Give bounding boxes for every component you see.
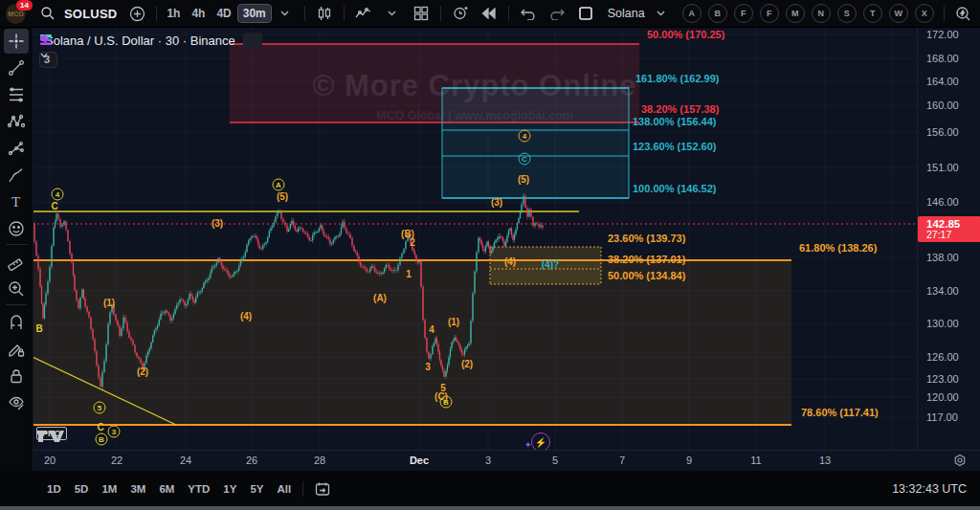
time-axis[interactable]: 2022242628Dec35791113 [33, 450, 980, 472]
range-5y[interactable]: 5Y [243, 480, 270, 498]
undo-icon[interactable] [514, 3, 543, 24]
symbol-name[interactable]: SOLUSD [64, 7, 117, 21]
elliott-wave-label: (2) [461, 359, 473, 369]
megaphone-icon[interactable] [243, 33, 262, 48]
interval-4D[interactable]: 4D [212, 5, 235, 22]
save-layout-square-icon[interactable] [571, 3, 600, 24]
svg-text:T: T [11, 194, 20, 210]
legend-title[interactable]: Solana / U.S. Dollar · 30 · Binance [45, 33, 235, 48]
notification-badge[interactable]: 14 [16, 0, 33, 11]
chart-tab-m-4[interactable]: M [786, 4, 805, 23]
time-tick: 9 [686, 455, 692, 466]
price-tick: 164.00 [926, 76, 959, 87]
chart-tab-n-5[interactable]: N [812, 4, 831, 23]
chart-tab-t-7[interactable]: T [863, 4, 882, 23]
range-6m[interactable]: 6M [152, 480, 181, 498]
crosshair-tool-icon[interactable] [4, 29, 29, 54]
range-1m[interactable]: 1M [95, 480, 123, 498]
xabcd-pattern-tool-icon[interactable] [4, 109, 29, 134]
create-alert-icon[interactable] [446, 3, 475, 24]
indicators-icon[interactable] [349, 3, 378, 24]
interval-1h[interactable]: 1h [162, 5, 185, 22]
time-tick: 3 [485, 455, 491, 466]
chart-tab-a-0[interactable]: A [682, 4, 702, 23]
elliott-wave-label: A [273, 179, 285, 191]
time-tick: 24 [180, 455, 191, 466]
drawing-edit-lock-tool-icon[interactable] [4, 337, 29, 362]
range-5d[interactable]: 5D [68, 480, 96, 498]
indicators-chevron-down-icon[interactable] [378, 3, 407, 24]
lock-all-drawings-tool-icon[interactable] [4, 364, 29, 388]
go-to-date-calendar-icon[interactable] [308, 478, 337, 499]
elliott-wave-label: (4) [504, 256, 516, 267]
layout-chevron-down-icon[interactable] [647, 3, 676, 24]
range-3m[interactable]: 3M [123, 480, 152, 498]
elliott-wave-label: C [97, 422, 103, 432]
redo-icon[interactable] [543, 3, 571, 24]
chart-tab-s-6[interactable]: S [837, 4, 857, 23]
zoom-in-tool-icon[interactable] [4, 277, 29, 301]
elliott-wave-label: (5) [277, 191, 288, 202]
elliott-wave-label: C [519, 153, 531, 166]
time-tick: 20 [44, 455, 56, 466]
text-tool-icon[interactable]: T [4, 189, 29, 214]
bar-replay-icon[interactable] [475, 3, 503, 24]
range-all[interactable]: All [271, 480, 299, 498]
time-tick: 5 [552, 455, 558, 466]
interval-buttons: 1h4h4D30m [162, 5, 270, 22]
chart-type-candles-icon[interactable] [310, 3, 339, 24]
chart-tab-f-2[interactable]: F [734, 4, 753, 23]
event-lightning-icon[interactable]: ⚡ [531, 432, 550, 450]
clock-utc[interactable]: 13:32:43 UTC [892, 482, 967, 496]
quick-search-flash-icon[interactable] [949, 3, 978, 24]
layout-grid-icon[interactable] [407, 3, 435, 24]
tradingview-pro-logo[interactable]: PRO [36, 427, 67, 440]
fib-level-label: 23.60% (139.73) [608, 233, 685, 244]
chart-tab-x-9[interactable]: X [915, 4, 934, 23]
measure-tool-icon[interactable] [4, 250, 29, 275]
chart-legend[interactable]: Solana / U.S. Dollar · 30 · Binance [39, 33, 262, 48]
price-tick: 126.00 [926, 351, 959, 363]
elliott-wave-label: B [35, 323, 42, 334]
axis-settings-icon[interactable] [953, 454, 967, 471]
price-axis[interactable]: 142.85 27:17 172.00168.00164.00160.00156… [917, 27, 980, 450]
fib-level-label: 50.00% (170.25) [647, 29, 724, 40]
elliott-wave-label: 3 [425, 362, 431, 372]
magnet-tool-icon[interactable] [4, 310, 29, 335]
emoji-tool-icon[interactable] [4, 216, 29, 241]
price-tick: 146.00 [926, 196, 959, 208]
elliott-wave-label: 4 [52, 188, 64, 201]
layout-name[interactable]: Solana [608, 7, 645, 20]
symbol-search-icon[interactable] [33, 3, 62, 24]
trendline-tool-icon[interactable] [4, 55, 29, 80]
interval-chevron-down-icon[interactable] [271, 3, 300, 24]
fib-level-label: 78.60% (117.41) [801, 407, 879, 418]
interval-4h[interactable]: 4h [187, 5, 210, 22]
range-1d[interactable]: 1D [40, 480, 68, 498]
toolbar-right-group: Solana ABFFMNSTWX AC 1 [571, 0, 980, 27]
user-avatar[interactable]: MCO 14 [6, 4, 26, 24]
time-tick: 7 [619, 455, 625, 466]
elliott-wave-label: (A) [373, 293, 387, 303]
range-ytd[interactable]: YTD [181, 480, 216, 498]
last-price-badge: 142.85 27:17 [918, 216, 980, 242]
range-1y[interactable]: 1Y [216, 480, 243, 498]
fib-retracement-tool-icon[interactable] [4, 82, 29, 107]
time-tick: 22 [111, 455, 122, 466]
time-tick: 11 [750, 455, 761, 466]
price-tick: 168.00 [926, 53, 959, 64]
watermark-line1: © More Crypto Online [33, 69, 917, 103]
interval-30m[interactable]: 30m [238, 5, 271, 22]
tradingview-logo-icon [36, 427, 65, 443]
indicators-collapsed-pill[interactable]: 3 [39, 52, 57, 68]
compare-add-icon[interactable] [122, 3, 151, 24]
chart-tab-f-3[interactable]: F [760, 4, 779, 23]
elliott-wave-label: (1) [448, 317, 459, 327]
chart-tab-b-1[interactable]: B [708, 4, 727, 23]
date-range-buttons: 1D5D1M3M6MYTD1Y5YAll [40, 476, 337, 502]
brush-tool-icon[interactable] [4, 163, 29, 188]
forecast-tool-icon[interactable] [4, 136, 29, 161]
chart-tab-w-8[interactable]: W [889, 4, 908, 23]
fib-level-label: 100.00% (146.52) [633, 183, 716, 194]
hide-drawings-tool-icon[interactable] [4, 390, 29, 415]
